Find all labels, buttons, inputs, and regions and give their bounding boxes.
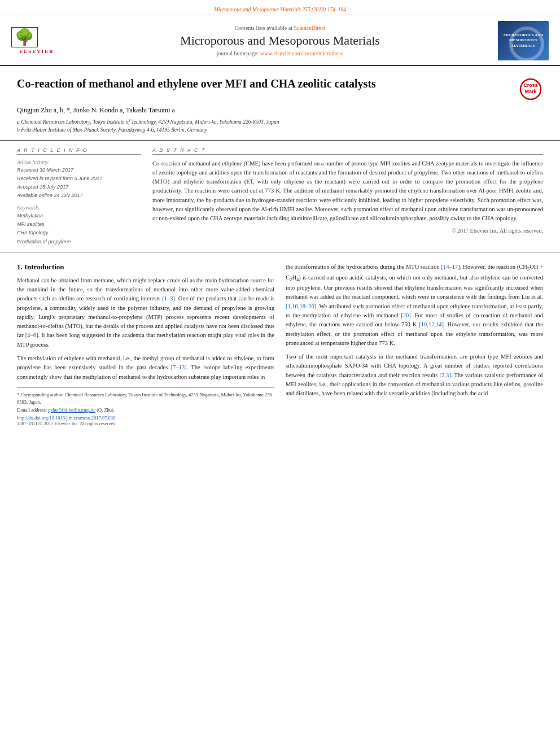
elsevier-tree-icon: 🌳 bbox=[15, 29, 34, 45]
journal-header: 🌳 ELSEVIER Contents lists available at S… bbox=[0, 15, 560, 66]
ref-4-6[interactable]: [4–6] bbox=[25, 332, 38, 338]
received-revised-date: Received in revised form 5 June 2017 bbox=[17, 174, 141, 183]
article-title: Co-reaction of methanol and ethylene ove… bbox=[17, 76, 506, 91]
ref-1-10-18-20[interactable]: [1,10,18–20] bbox=[286, 303, 316, 309]
elsevier-brand-text: ELSEVIER bbox=[11, 49, 62, 54]
journal-logo-text: MICROPOROUS AND MESOPOROUS MATERIALS bbox=[498, 30, 549, 50]
keyword-4: Production of propylene bbox=[17, 238, 141, 246]
journal-center: Contents lists available at ScienceDirec… bbox=[68, 25, 492, 56]
affiliation-a: a Chemical Resources Laboratory, Tokyo I… bbox=[17, 118, 543, 126]
article-info-abstract-section: A R T I C L E I N F O Article history: R… bbox=[0, 141, 560, 252]
section1-para2: The methylation of ethylene with methano… bbox=[17, 354, 274, 382]
body-col-right: the transformation of the hydrocarbons d… bbox=[286, 263, 543, 426]
homepage-label: journal homepage: bbox=[217, 50, 259, 56]
issn-text: 1387-1811/© 2017 Elsevier Inc. All right… bbox=[17, 421, 274, 426]
keywords-list: Methylation MFI zeolites CHA topology Pr… bbox=[17, 212, 141, 246]
abstract-text: Co-reaction of methanol and ethylene (CM… bbox=[152, 160, 543, 222]
sciencedirect-link[interactable]: ScienceDirect bbox=[294, 25, 325, 31]
affiliations: a Chemical Resources Laboratory, Tokyo I… bbox=[17, 118, 543, 134]
ref-7-13[interactable]: [7–13] bbox=[171, 364, 187, 370]
contents-available: Contents lists available at ScienceDirec… bbox=[68, 25, 492, 31]
journal-title: Microporous and Mesoporous Materials bbox=[68, 33, 492, 48]
journal-logo-right: MICROPOROUS AND MESOPOROUS MATERIALS bbox=[498, 21, 549, 60]
svg-text:Mark: Mark bbox=[524, 89, 537, 94]
crossmark-icon: Cross Mark bbox=[519, 78, 542, 101]
abstract-column: A B S T R A C T Co-reaction of methanol … bbox=[152, 147, 543, 246]
accepted-date: Accepted 15 July 2017 bbox=[17, 183, 141, 191]
main-content: 1. Introduction Methanol can be obtained… bbox=[0, 252, 560, 438]
section1-para1: Methanol can be obtained from methane, w… bbox=[17, 276, 274, 350]
authors: Qingjun Zhu a, b, *, Junko N. Kondo a, T… bbox=[17, 106, 543, 115]
section1-right-para2: Two of the most important catalysts in t… bbox=[286, 352, 543, 398]
contents-available-text: Contents lists available at bbox=[234, 25, 292, 31]
keywords-label: Keywords: bbox=[17, 205, 141, 211]
keyword-3: CHA topology bbox=[17, 229, 141, 237]
ref-10-12-14[interactable]: [10,12,14] bbox=[419, 321, 444, 327]
abstract-body: Co-reaction of methanol and ethylene (CM… bbox=[152, 159, 543, 235]
copyright-text: © 2017 Elsevier Inc. All rights reserved… bbox=[152, 226, 543, 235]
academic-paper-page: Microporous and Mesoporous Materials 255… bbox=[0, 0, 560, 747]
footnotes: * Corresponding author. Chemical Resourc… bbox=[17, 387, 274, 426]
article-dates: Received 30 March 2017 Received in revis… bbox=[17, 166, 141, 200]
journal-reference: Microporous and Mesoporous Materials 255… bbox=[214, 7, 346, 12]
doi-link[interactable]: http://dx.doi.org/10.1016/j.micromeso.20… bbox=[17, 415, 274, 421]
ref-2-3[interactable]: [2,3] bbox=[440, 372, 451, 378]
homepage-link[interactable]: www.elsevier.com/locate/micromeso bbox=[260, 50, 344, 56]
abstract-heading: A B S T R A C T bbox=[152, 147, 543, 155]
elsevier-logo: 🌳 ELSEVIER bbox=[11, 27, 62, 54]
corresponding-author-note: * Corresponding author. Chemical Resourc… bbox=[17, 391, 274, 406]
crossmark-badge[interactable]: Cross Mark bbox=[518, 76, 543, 102]
email-name: (Q. Zhu). bbox=[97, 407, 115, 413]
article-info-column: A R T I C L E I N F O Article history: R… bbox=[17, 147, 141, 246]
keyword-1: Methylation bbox=[17, 212, 141, 220]
affiliation-b: b Fritz-Haber Institute of Max-Planck So… bbox=[17, 126, 543, 134]
article-title-section: Co-reaction of methanol and ethylene ove… bbox=[0, 66, 560, 141]
keyword-2: MFI zeolites bbox=[17, 220, 141, 229]
email-link[interactable]: qzhu@fhi-berlin.mpg.de bbox=[48, 407, 95, 413]
body-columns: 1. Introduction Methanol can be obtained… bbox=[17, 263, 543, 426]
ref-1-3[interactable]: [1–3] bbox=[162, 295, 175, 302]
section1-heading: 1. Introduction bbox=[17, 263, 274, 272]
ref-20[interactable]: [20] bbox=[401, 312, 411, 318]
article-info-heading: A R T I C L E I N F O bbox=[17, 147, 141, 155]
top-banner: Microporous and Mesoporous Materials 255… bbox=[0, 0, 560, 15]
history-label: Article history: bbox=[17, 159, 141, 165]
ref-14-17[interactable]: [14–17] bbox=[441, 264, 460, 270]
email-note: E-mail address: qzhu@fhi-berlin.mpg.de (… bbox=[17, 407, 274, 414]
received-date: Received 30 March 2017 bbox=[17, 166, 141, 174]
svg-text:Cross: Cross bbox=[523, 82, 538, 88]
available-online-date: Available online 24 July 2017 bbox=[17, 191, 141, 200]
journal-homepage: journal homepage: www.elsevier.com/locat… bbox=[68, 50, 492, 56]
section1-right-para1: the transformation of the hydrocarbons d… bbox=[286, 263, 543, 348]
email-label: E-mail address: bbox=[17, 407, 47, 413]
body-col-left: 1. Introduction Methanol can be obtained… bbox=[17, 263, 274, 426]
